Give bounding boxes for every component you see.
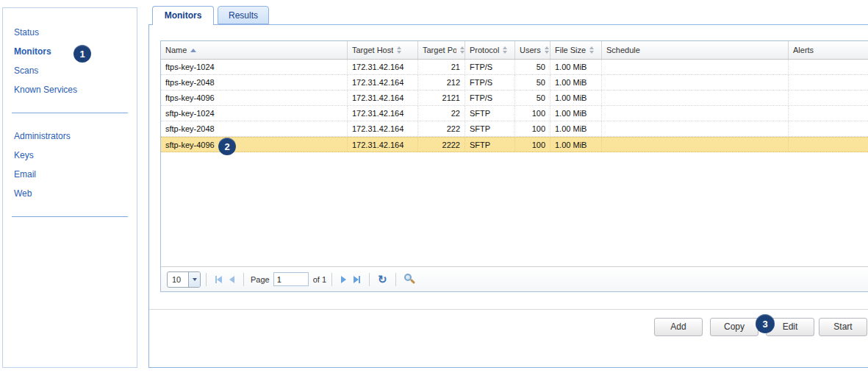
table-row[interactable]: ftps-key-2048 172.31.42.164 212 FTP/S 50… <box>161 75 868 90</box>
toolbar-separator <box>331 273 332 286</box>
copy-button[interactable]: Copy <box>710 318 758 336</box>
sidebar-item-known-services[interactable]: Known Services <box>3 80 137 99</box>
next-page-icon[interactable] <box>341 276 346 283</box>
sidebar-item-monitors[interactable]: Monitors <box>3 42 137 61</box>
page-count-label: of 1 <box>313 275 326 284</box>
sidebar: Status Monitors Scans Known Services Adm… <box>2 7 137 368</box>
page-label: Page <box>251 275 270 284</box>
step-badge-1: 1 <box>73 45 91 63</box>
sidebar-divider <box>12 216 128 217</box>
column-header-protocol[interactable]: Protocol <box>465 41 515 59</box>
toolbar-separator <box>369 273 370 286</box>
column-header-name[interactable]: Name <box>161 41 348 59</box>
paging-toolbar: 10 Page of 1 ↻ <box>161 266 868 291</box>
refresh-icon[interactable]: ↻ <box>378 274 387 285</box>
last-page-icon[interactable] <box>354 276 360 283</box>
table-row[interactable]: sftp-key-1024 172.31.42.164 22 SFTP 100 … <box>161 106 868 121</box>
prev-page-icon[interactable] <box>229 276 234 283</box>
tab-monitors[interactable]: Monitors <box>152 6 214 25</box>
toolbar-separator <box>243 273 244 286</box>
sort-both-icon <box>589 46 594 54</box>
sidebar-item-status[interactable]: Status <box>3 23 137 42</box>
column-header-schedule[interactable]: Schedule <box>602 41 789 59</box>
tab-results[interactable]: Results <box>218 6 269 24</box>
chevron-down-icon <box>188 272 200 287</box>
grid-header: Name Target Host Target Port Protocol Us… <box>161 41 868 60</box>
search-icon[interactable] <box>404 274 415 285</box>
sidebar-item-email[interactable]: Email <box>3 165 137 184</box>
first-page-icon[interactable] <box>215 276 222 283</box>
sort-both-icon <box>503 46 507 54</box>
toolbar-separator <box>206 273 207 286</box>
step-badge-3: 3 <box>756 314 775 333</box>
sort-asc-icon <box>190 49 196 52</box>
monitors-grid: Name Target Host Target Port Protocol Us… <box>160 40 868 292</box>
sidebar-item-keys[interactable]: Keys <box>3 146 137 165</box>
sort-both-icon <box>545 46 549 54</box>
sort-both-icon <box>460 46 465 54</box>
column-header-users[interactable]: Users <box>515 41 550 59</box>
column-header-target-host[interactable]: Target Host <box>348 41 418 59</box>
table-row[interactable]: sftp-key-2048 172.31.42.164 222 SFTP 100… <box>161 121 868 137</box>
footer-divider <box>149 309 868 310</box>
add-button[interactable]: Add <box>654 318 703 336</box>
sidebar-item-scans[interactable]: Scans <box>3 61 137 80</box>
step-badge-2: 2 <box>218 138 236 155</box>
sidebar-divider <box>12 113 128 113</box>
table-row[interactable]: ftps-key-1024 172.31.42.164 21 FTP/S 50 … <box>161 60 868 75</box>
table-row-selected[interactable]: sftp-key-4096 172.31.42.164 2222 SFTP 10… <box>161 137 868 152</box>
app-window: Status Monitors Scans Known Services Adm… <box>0 0 868 373</box>
start-button[interactable]: Start <box>819 318 867 336</box>
sidebar-item-web[interactable]: Web <box>3 184 137 203</box>
sort-both-icon <box>397 46 401 54</box>
page-size-select[interactable]: 10 <box>167 271 201 288</box>
column-header-alerts[interactable]: Alerts <box>789 41 868 59</box>
sidebar-item-administrators[interactable]: Administrators <box>3 127 137 146</box>
column-header-target-port[interactable]: Target Port <box>418 41 465 59</box>
column-header-file-size[interactable]: File Size <box>550 41 602 59</box>
table-row[interactable]: ftps-key-4096 172.31.42.164 2121 FTP/S 5… <box>161 90 868 106</box>
toolbar-separator <box>395 273 396 286</box>
page-number-input[interactable] <box>273 272 309 286</box>
